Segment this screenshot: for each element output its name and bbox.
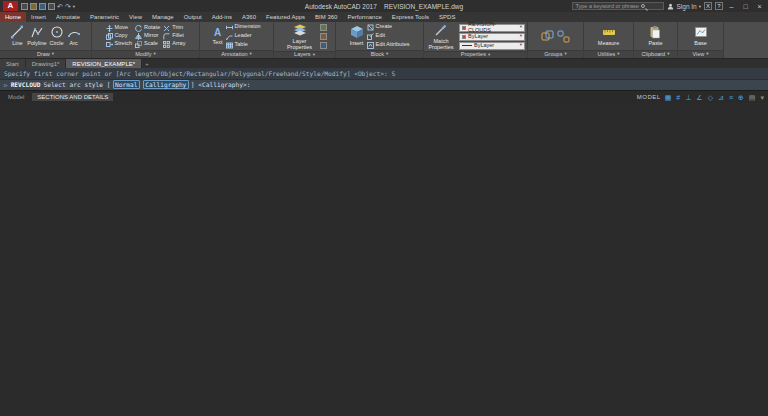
arc-button[interactable]: Arc: [67, 25, 81, 46]
ribbon-tab-bim360[interactable]: BIM 360: [310, 12, 342, 22]
ribbon-tab-insert[interactable]: Insert: [26, 12, 51, 22]
ribbon-panel-block: Insert Create Edit Edit Attributes Block…: [336, 22, 424, 58]
command-prompt-row[interactable]: ▷ REVCLOUD Select arc style [ Normal Cal…: [0, 79, 768, 91]
ungroup-icon[interactable]: [557, 30, 570, 43]
file-tab-revision-example[interactable]: REVISION_EXAMPLE*: [66, 59, 142, 68]
help-icon[interactable]: ?: [715, 2, 723, 10]
command-line[interactable]: Specify first corner point or [Arc lengt…: [0, 68, 768, 90]
rotate-button[interactable]: Rotate: [135, 25, 160, 32]
scale-button[interactable]: Scale: [135, 41, 160, 48]
minimize-button[interactable]: –: [726, 1, 737, 11]
model-space-indicator[interactable]: MODEL: [637, 94, 661, 100]
ribbon-tab-view[interactable]: View: [124, 12, 147, 22]
panel-label-block[interactable]: Block▾: [336, 50, 423, 58]
leader-button[interactable]: Leader: [226, 33, 261, 40]
snap-icon[interactable]: #: [675, 94, 681, 101]
object-snap-tracking-icon[interactable]: ⊿: [717, 94, 725, 101]
panel-caret-icon: ▾: [313, 53, 315, 58]
redo-icon[interactable]: ↷: [65, 3, 71, 10]
table-button[interactable]: Table: [226, 42, 261, 49]
ribbon-tab-express-tools[interactable]: Express Tools: [387, 12, 434, 22]
panel-label-draw[interactable]: Draw▾: [0, 50, 91, 58]
file-tab-drawing1[interactable]: Drawing1*: [26, 59, 67, 68]
transparency-icon[interactable]: ⊕: [737, 94, 745, 101]
array-button[interactable]: Array: [163, 41, 185, 48]
base-button[interactable]: Base: [694, 25, 708, 46]
search-icon[interactable]: [641, 4, 645, 8]
help-search-input[interactable]: Type a keyword or phrase: [572, 2, 664, 10]
ortho-icon[interactable]: ⊥: [684, 94, 692, 101]
grid-icon[interactable]: ▦: [664, 94, 673, 101]
undo-icon[interactable]: ↶: [57, 3, 63, 10]
circle-button[interactable]: Circle: [50, 25, 64, 46]
line-button[interactable]: Line: [10, 25, 24, 46]
panel-label-modify[interactable]: Modify▾: [92, 50, 199, 58]
panel-label-utilities[interactable]: Utilities▾: [584, 50, 633, 58]
save-icon[interactable]: [39, 3, 46, 10]
ribbon-tab-addins[interactable]: Add-ins: [207, 12, 237, 22]
insert-button[interactable]: Insert: [350, 25, 364, 46]
layout-tab-model[interactable]: Model: [3, 93, 29, 101]
layer-isolate-icon[interactable]: [320, 33, 327, 40]
open-icon[interactable]: [30, 3, 37, 10]
file-tab-start[interactable]: Start: [0, 59, 26, 68]
customization-icon[interactable]: ▾: [759, 94, 765, 101]
close-button[interactable]: ×: [754, 1, 765, 11]
linetype-dropdown[interactable]: ByLayer ▾: [459, 42, 525, 50]
plot-icon[interactable]: [48, 3, 55, 10]
panel-label-groups[interactable]: Groups▾: [528, 50, 583, 58]
panel-label-view[interactable]: View▾: [678, 50, 723, 58]
new-drawing-tab-button[interactable]: +: [142, 59, 152, 68]
layout-tab-sections-and-details[interactable]: SECTIONS AND DETAILS: [32, 93, 113, 101]
command-option-calligraphy[interactable]: Calligraphy: [143, 80, 189, 89]
restore-button[interactable]: □: [740, 1, 751, 11]
polar-tracking-icon[interactable]: ∠: [695, 94, 703, 101]
layer-dropdown[interactable]: REVISION-CLOUDS ▾: [459, 24, 525, 32]
panel-label-layers[interactable]: Layers▾: [274, 51, 335, 58]
move-button[interactable]: Move: [106, 25, 132, 32]
ribbon-tab-home[interactable]: Home: [0, 12, 26, 22]
command-customize-icon[interactable]: ▷: [4, 81, 8, 88]
panel-label-clipboard[interactable]: Clipboard▾: [634, 50, 677, 58]
osnap-icon[interactable]: ◇: [707, 94, 714, 101]
lineweight-icon[interactable]: ≡: [728, 94, 734, 101]
paste-button[interactable]: Paste: [648, 25, 662, 46]
application-menu-button[interactable]: A: [3, 1, 18, 11]
trim-button[interactable]: Trim: [163, 25, 185, 32]
fillet-button[interactable]: Fillet: [163, 33, 185, 40]
isolate-objects-icon[interactable]: ▤: [748, 94, 757, 101]
text-button[interactable]: A Text: [212, 27, 222, 45]
polyline-button[interactable]: Polyline: [27, 25, 46, 46]
ribbon-tab-performance[interactable]: Performance: [342, 12, 386, 22]
ribbon-tab-a360[interactable]: A360: [237, 12, 261, 22]
dimension-button[interactable]: Dimension: [226, 24, 261, 31]
create-block-button[interactable]: Create: [367, 24, 410, 31]
panel-label-properties[interactable]: Properties▾: [424, 51, 527, 58]
sign-in-button[interactable]: Sign In ▾: [667, 3, 701, 10]
ribbon-tab-spds[interactable]: SPDS: [434, 12, 460, 22]
match-properties-button[interactable]: Match Properties: [426, 23, 456, 50]
object-color-dropdown[interactable]: ByLayer ▾: [459, 33, 525, 41]
layer-state-icon[interactable]: [320, 24, 327, 31]
ribbon-tab-manage[interactable]: Manage: [147, 12, 179, 22]
exchange-apps-icon[interactable]: X: [704, 2, 712, 10]
ribbon-tab-parametric[interactable]: Parametric: [85, 12, 124, 22]
mirror-button[interactable]: Mirror: [135, 33, 160, 40]
layer-properties-button[interactable]: Layer Properties: [283, 23, 317, 50]
ribbon-tab-featured-apps[interactable]: Featured Apps: [261, 12, 310, 22]
measure-button[interactable]: Measure: [598, 25, 619, 46]
panel-label-annotation[interactable]: Annotation▾: [200, 50, 273, 58]
group-icon[interactable]: [541, 30, 554, 43]
new-icon[interactable]: [21, 3, 28, 10]
base-view-icon: [694, 25, 708, 39]
ribbon-tab-annotate[interactable]: Annotate: [51, 12, 85, 22]
ribbon-tab-output[interactable]: Output: [179, 12, 207, 22]
polyline-label: Polyline: [27, 40, 46, 46]
qat-dropdown-icon[interactable]: ▾: [73, 4, 75, 9]
edit-attributes-button[interactable]: Edit Attributes: [367, 42, 410, 49]
edit-block-button[interactable]: Edit: [367, 33, 410, 40]
stretch-button[interactable]: Stretch: [106, 41, 132, 48]
copy-button[interactable]: Copy: [106, 33, 132, 40]
layer-freeze-icon[interactable]: [320, 42, 327, 49]
command-option-normal[interactable]: Normal: [113, 80, 140, 89]
